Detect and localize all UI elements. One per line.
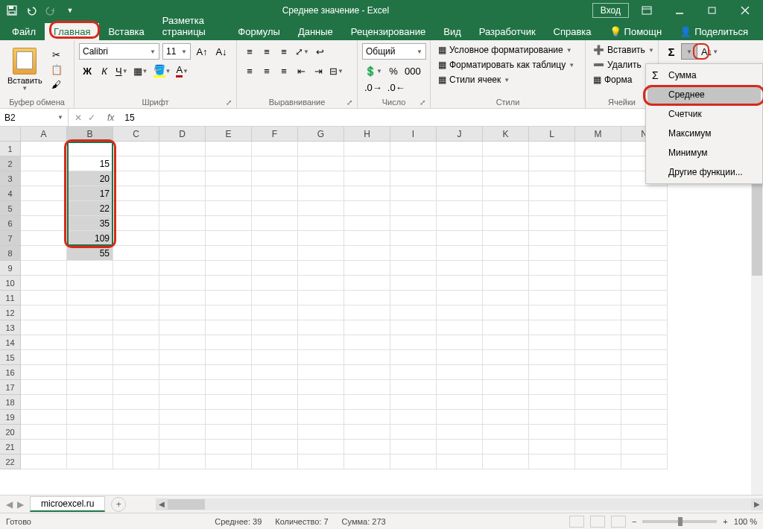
cell-G4[interactable] <box>298 186 344 201</box>
col-header-L[interactable]: L <box>529 127 575 141</box>
cell-N18[interactable] <box>621 395 668 410</box>
row-header-14[interactable]: 14 <box>0 335 21 350</box>
cell-H11[interactable] <box>344 291 390 305</box>
cell-C15[interactable] <box>113 350 159 365</box>
undo-button[interactable] <box>22 2 40 19</box>
cell-C16[interactable] <box>113 365 159 380</box>
cell-E18[interactable] <box>206 395 252 410</box>
hscroll-thumb[interactable] <box>168 499 205 510</box>
cell-L15[interactable] <box>529 350 575 365</box>
cell-J16[interactable] <box>437 365 483 380</box>
menu-min[interactable]: Минимум <box>648 143 761 162</box>
cell-N21[interactable] <box>621 440 668 455</box>
cell-F14[interactable] <box>252 335 298 350</box>
cell-F21[interactable] <box>252 440 298 455</box>
cell-D22[interactable] <box>159 455 206 469</box>
cell-H6[interactable] <box>344 216 390 231</box>
cell-A4[interactable] <box>21 186 67 201</box>
cell-E16[interactable] <box>206 365 252 380</box>
cell-A15[interactable] <box>21 350 67 365</box>
cell-F13[interactable] <box>252 320 298 335</box>
cell-J3[interactable] <box>437 171 483 186</box>
zoom-slider[interactable] <box>642 520 717 523</box>
underline-button[interactable]: Ч▼ <box>113 63 130 79</box>
cell-C10[interactable] <box>113 276 159 291</box>
bold-button[interactable]: Ж <box>79 63 95 79</box>
cell-K10[interactable] <box>483 276 529 291</box>
cell-I8[interactable] <box>390 246 437 261</box>
cell-D8[interactable] <box>159 246 206 261</box>
cell-J18[interactable] <box>437 395 483 410</box>
cell-E3[interactable] <box>206 171 252 186</box>
sheet-nav-prev[interactable]: ◀ <box>6 499 13 510</box>
cell-I13[interactable] <box>390 320 437 335</box>
cell-A10[interactable] <box>21 276 67 291</box>
view-page-break-button[interactable] <box>611 516 626 528</box>
autosum-button[interactable]: Σ <box>663 43 680 60</box>
cell-H18[interactable] <box>344 395 390 410</box>
cell-L3[interactable] <box>529 171 575 186</box>
cell-D15[interactable] <box>159 350 206 365</box>
cell-K6[interactable] <box>483 216 529 231</box>
horizontal-scrollbar[interactable]: ◀ ▶ <box>156 498 763 510</box>
cell-M7[interactable] <box>575 231 621 246</box>
cell-D17[interactable] <box>159 380 206 395</box>
cell-styles-button[interactable]: ▦Стили ячеек▼ <box>435 73 580 86</box>
cell-B19[interactable] <box>67 410 113 425</box>
cell-K16[interactable] <box>483 365 529 380</box>
menu-max[interactable]: Максимум <box>648 124 761 143</box>
cell-K15[interactable] <box>483 350 529 365</box>
cell-I15[interactable] <box>390 350 437 365</box>
copy-button[interactable]: 📋 <box>48 63 65 77</box>
menu-sum[interactable]: ΣСумма <box>648 66 761 85</box>
cell-L1[interactable] <box>529 142 575 156</box>
cell-F22[interactable] <box>252 455 298 469</box>
row-header-2[interactable]: 2 <box>0 156 21 171</box>
row-header-5[interactable]: 5 <box>0 201 21 216</box>
font-size-combo[interactable]: 11▼ <box>162 43 191 60</box>
cell-G18[interactable] <box>298 395 344 410</box>
number-format-combo[interactable]: Общий▼ <box>362 43 426 60</box>
cell-D14[interactable] <box>159 335 206 350</box>
alignment-launcher[interactable]: ⤢ <box>346 98 352 107</box>
tab-insert[interactable]: Вставка <box>99 23 153 40</box>
tab-view[interactable]: Вид <box>434 23 470 40</box>
cell-L8[interactable] <box>529 246 575 261</box>
cell-H7[interactable] <box>344 231 390 246</box>
percent-button[interactable]: % <box>385 63 402 79</box>
col-header-M[interactable]: M <box>575 127 621 141</box>
cell-B18[interactable] <box>67 395 113 410</box>
align-top-button[interactable]: ≡ <box>241 43 258 60</box>
cell-M10[interactable] <box>575 276 621 291</box>
cell-K17[interactable] <box>483 380 529 395</box>
cell-K4[interactable] <box>483 186 529 201</box>
cell-D18[interactable] <box>159 395 206 410</box>
cell-E22[interactable] <box>206 455 252 469</box>
cell-D2[interactable] <box>159 156 206 171</box>
cell-L12[interactable] <box>529 305 575 320</box>
cell-J19[interactable] <box>437 410 483 425</box>
cell-G20[interactable] <box>298 425 344 440</box>
cell-M11[interactable] <box>575 291 621 305</box>
cell-I16[interactable] <box>390 365 437 380</box>
cell-A12[interactable] <box>21 305 67 320</box>
menu-average[interactable]: Среднее <box>648 85 761 104</box>
col-header-B[interactable]: B <box>67 127 113 141</box>
cell-L4[interactable] <box>529 186 575 201</box>
cell-M2[interactable] <box>575 156 621 171</box>
cell-E8[interactable] <box>206 246 252 261</box>
cell-C3[interactable] <box>113 171 159 186</box>
col-header-C[interactable]: C <box>113 127 159 141</box>
row-header-19[interactable]: 19 <box>0 410 21 425</box>
align-bottom-button[interactable]: ≡ <box>276 43 292 60</box>
cell-C20[interactable] <box>113 425 159 440</box>
cell-H1[interactable] <box>344 142 390 156</box>
cell-H15[interactable] <box>344 350 390 365</box>
cell-J9[interactable] <box>437 261 483 276</box>
cell-D4[interactable] <box>159 186 206 201</box>
cell-M8[interactable] <box>575 246 621 261</box>
font-color-button[interactable]: A▼ <box>174 63 191 79</box>
cell-F20[interactable] <box>252 425 298 440</box>
cell-B2[interactable]: 15 <box>67 156 113 171</box>
cell-H8[interactable] <box>344 246 390 261</box>
